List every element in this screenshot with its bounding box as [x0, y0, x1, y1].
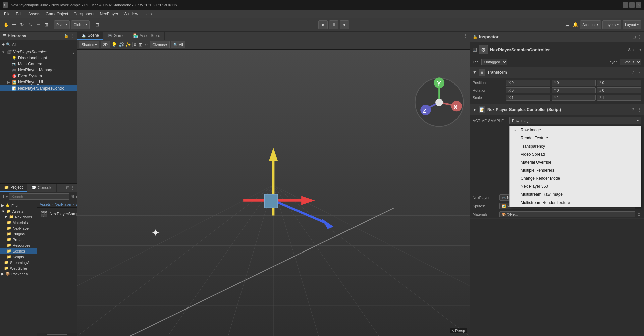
maximize-button[interactable]: □ [629, 2, 635, 8]
hierarchy-item-eventsystem[interactable]: 🎯 EventSystem [0, 73, 77, 79]
layout-dropdown[interactable]: Layout ▾ [623, 20, 641, 29]
assets-tree-plugins[interactable]: 📁 Plugins [0, 231, 37, 237]
collab-icon[interactable]: ☁ [564, 21, 571, 28]
assets-tree-assets[interactable]: ▼ 📁 Assets [0, 208, 37, 214]
lighting-icon[interactable]: 💡 [111, 42, 117, 47]
layers-dropdown[interactable]: Layers ▾ [602, 20, 621, 29]
window-controls[interactable]: ─ □ ✕ [623, 2, 641, 8]
scale-z-field[interactable]: Z 1 [597, 95, 641, 101]
transform-tool-button[interactable]: ⊞ [43, 21, 50, 28]
add-project-button[interactable]: + [2, 194, 5, 199]
assets-tree-favorites[interactable]: ▶ ⭐ Favorites [0, 203, 37, 208]
breadcrumb-assets[interactable]: Assets [40, 202, 51, 206]
hand-tool-button[interactable]: ✋ [3, 21, 9, 28]
dropdown-item-change-render-mode[interactable]: Change Render Mode [510, 174, 641, 182]
assets-tree-resources[interactable]: 📁 Resources [0, 242, 37, 248]
layer-select[interactable]: Default [620, 59, 641, 65]
project-search-input[interactable] [9, 193, 69, 200]
static-checkbox[interactable]: ▾ [639, 47, 641, 52]
scale-tool-button[interactable]: ⤡ [27, 21, 34, 28]
menu-assets[interactable]: Assets [25, 11, 43, 17]
move-tool-button[interactable]: ✛ [11, 21, 17, 28]
filter-icon[interactable]: ⊞ [71, 194, 74, 199]
hierarchy-item-nexplayer-ui[interactable]: ▶ 🖼️ NexPlayer_UI [0, 79, 77, 85]
dropdown-item-transparency[interactable]: Transparency [510, 142, 641, 150]
dropdown-item-multiple-renderers[interactable]: Multiple Renderers [510, 166, 641, 174]
shading-dropdown[interactable]: Shaded ▾ [79, 41, 99, 48]
extra-tool-button[interactable]: ⊡ [94, 21, 101, 28]
scale-x-field[interactable]: X 1 [506, 95, 550, 101]
hierarchy-item-nexplayersample[interactable]: ▼ 🎬 NexPlayerSample* ⋮ [0, 49, 77, 55]
scale-y-field[interactable]: Y 1 [552, 95, 596, 101]
tab-scene[interactable]: 🏔️ Scene [77, 32, 103, 40]
menu-help[interactable]: Help [141, 11, 155, 17]
tab-game[interactable]: 🎮 Game [103, 32, 129, 40]
assets-tree-nexplaye[interactable]: 📁 NexPlaye [0, 225, 37, 231]
tag-select[interactable]: Untagged [481, 59, 507, 65]
hierarchy-lock-icon[interactable]: 🔓 [64, 34, 69, 38]
fx-icon[interactable]: ✨ [125, 42, 131, 47]
no-0-icon[interactable]: 0 [132, 42, 137, 47]
script-help-icon[interactable]: ? [632, 107, 634, 112]
breadcrumb-scenes[interactable]: Scenes [75, 202, 77, 206]
obj-active-checkbox[interactable] [473, 48, 477, 52]
assets-tree-materials[interactable]: 📁 Materials [0, 220, 37, 225]
transform-help-icon[interactable]: ? [632, 70, 634, 75]
scene-view[interactable]: ✦ Y X Z [77, 50, 470, 336]
menu-component[interactable]: Component [71, 11, 97, 17]
position-y-field[interactable]: Y 0 [552, 80, 596, 86]
dropdown-item-raw-image[interactable]: ✓ Raw Image [510, 126, 641, 134]
dropdown-item-multistream-raw-image[interactable]: Multistream Raw Image [510, 190, 641, 199]
close-button[interactable]: ✕ [636, 2, 641, 8]
hierarchy-item-menu[interactable]: ⋮ [72, 50, 75, 54]
assets-tree-streaminga[interactable]: 📁 StreamingA [0, 260, 37, 265]
transform-component-header[interactable]: ▼ ⊞ Transform ? ⋮ [470, 67, 644, 78]
tab-project[interactable]: 📁 Project [0, 184, 27, 192]
rotation-y-field[interactable]: Y 0 [552, 87, 596, 93]
cloud-icon[interactable]: 🔔 [572, 21, 579, 28]
assets-tree-scripts[interactable]: 📁 Scripts [0, 254, 37, 260]
rotation-x-field[interactable]: X 0 [506, 87, 550, 93]
global-button[interactable]: Global ▾ [71, 20, 90, 29]
script-settings-icon[interactable]: ⋮ [637, 107, 641, 112]
hierarchy-item-nexplayersamples-controller[interactable]: 📝 NexPlayerSamplesContro [0, 85, 77, 91]
hierarchy-menu-icon[interactable]: ⋮ [70, 34, 74, 38]
menu-nexplayer[interactable]: NexPlayer [97, 11, 121, 17]
transform-settings-icon[interactable]: ⋮ [637, 70, 641, 75]
add-object-button[interactable]: + [2, 42, 5, 47]
rect-tool-button[interactable]: ▭ [35, 21, 42, 28]
gizmos-button[interactable]: Gizmos ▾ [150, 41, 170, 48]
script-component-header[interactable]: ▼ 📝 Nex Player Samples Controller (Scrip… [470, 104, 644, 115]
dropdown-item-render-texture[interactable]: Render Texture [510, 134, 641, 142]
assets-tree-nexplayer[interactable]: ▼ 📁 NexPlayer [0, 214, 37, 220]
assets-tree-prefabs[interactable]: 📁 Prefabs [0, 237, 37, 242]
dropdown-item-material-override[interactable]: Material Override [510, 158, 641, 166]
position-z-field[interactable]: Z 0 [597, 80, 641, 86]
scene-menu-button[interactable]: ⋮ [463, 33, 468, 38]
scroll-bar[interactable] [37, 333, 77, 336]
active-sample-dropdown-trigger[interactable]: Raw Image ▾ [509, 117, 641, 124]
grid-icon[interactable]: ⊞ [139, 42, 143, 47]
assets-tree-webgltem[interactable]: 📁 WebGLTem [0, 265, 37, 271]
hierarchy-item-maincamera[interactable]: 📷 Main Camera [0, 61, 77, 67]
dropdown-item-nex-player-360[interactable]: Nex Player 360 [510, 182, 641, 190]
move-gizmo-icon[interactable]: ↔ [144, 42, 149, 47]
step-button[interactable]: ⏭ [340, 20, 349, 29]
tab-asset-store[interactable]: 🏪 Asset Store [129, 32, 165, 40]
audio-icon[interactable]: 🔊 [118, 42, 124, 47]
assets-tree-packages[interactable]: ▶ 📦 Packages [0, 271, 37, 277]
inspector-menu-button[interactable]: ⋮ [637, 35, 641, 39]
dropdown-item-video-spread[interactable]: Video Spread [510, 150, 641, 158]
rotate-tool-button[interactable]: ↻ [19, 21, 25, 28]
panel-menu-button[interactable]: ⋮ [71, 185, 75, 190]
file-item-nexplayersample[interactable]: 🎬 NexPlayerSample [38, 209, 75, 219]
pause-button[interactable]: ⏸ [329, 20, 338, 29]
collapse-panel-button[interactable]: ⊟ [66, 185, 69, 190]
menu-edit[interactable]: Edit [13, 11, 25, 17]
tab-console[interactable]: 💬 Console [27, 184, 57, 192]
hierarchy-item-nexplayer-manager[interactable]: 🎮 NexPlayer_Manager [0, 67, 77, 73]
minimize-button[interactable]: ─ [623, 2, 628, 8]
rotation-z-field[interactable]: Z 0 [597, 87, 641, 93]
menu-gameobject[interactable]: GameObject [43, 11, 71, 17]
inspector-lock-icon[interactable]: 🔓 [473, 35, 478, 39]
